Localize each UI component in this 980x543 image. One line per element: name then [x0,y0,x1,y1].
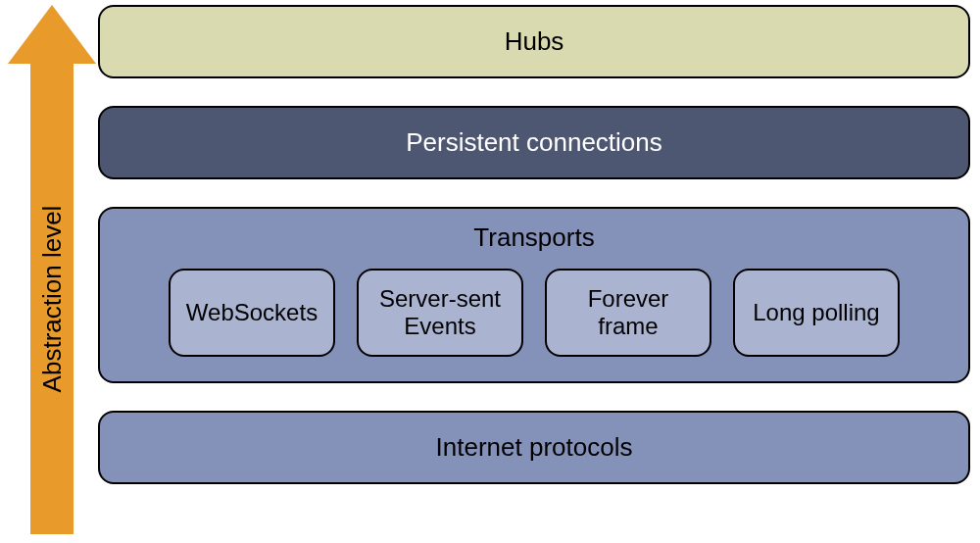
layer-persistent-label: Persistent connections [406,127,662,158]
layer-hubs-label: Hubs [505,26,564,57]
transport-server-sent-events: Server-sent Events [357,269,523,357]
layer-persistent-connections: Persistent connections [98,106,970,179]
arrow-head-icon [8,5,96,64]
layers-stack: Hubs Persistent connections Transports W… [98,5,970,484]
layer-internet-label: Internet protocols [436,432,633,463]
transport-item-label: WebSockets [186,299,318,326]
transport-items-row: WebSockets Server-sent Events Forever fr… [129,269,939,357]
arrow-label: Abstraction level [37,206,68,393]
transport-item-label: Server-sent Events [367,285,514,339]
abstraction-arrow: Abstraction level [8,5,96,534]
layer-transports: Transports WebSockets Server-sent Events… [98,207,970,383]
transport-item-label: Forever frame [555,285,702,339]
transports-title: Transports [473,222,594,253]
layer-hubs: Hubs [98,5,970,78]
transport-long-polling: Long polling [733,269,900,357]
transport-item-label: Long polling [753,299,879,326]
arrow-shaft: Abstraction level [30,64,74,534]
transport-websockets: WebSockets [169,269,335,357]
layer-internet-protocols: Internet protocols [98,411,970,484]
transport-forever-frame: Forever frame [545,269,711,357]
